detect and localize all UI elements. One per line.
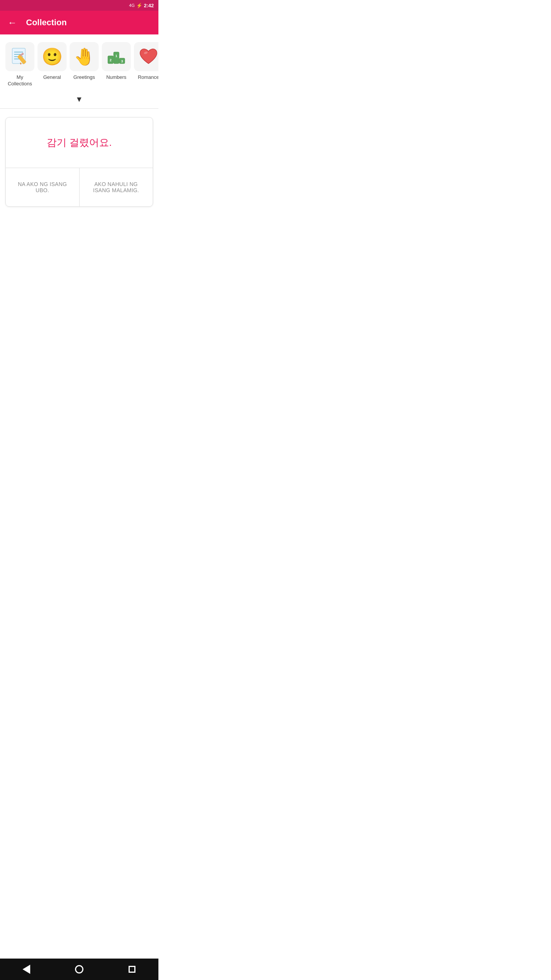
flashcard-top: 감기 걸렸어요. — [6, 118, 153, 168]
app-bar: ← Collection — [0, 11, 158, 34]
romance-icon-wrapper — [134, 42, 158, 71]
category-general-label: General — [43, 74, 61, 81]
status-bar: 4G ⚡ 2:42 — [0, 0, 158, 11]
chevron-row[interactable]: ▼ — [0, 92, 158, 108]
flashcard-bottom: NA AKO NG ISANG UBO. AKO NAHULI NG ISANG… — [6, 168, 153, 206]
korean-text: 감기 걸렸어요. — [47, 136, 112, 149]
flashcard-section: 감기 걸렸어요. NA AKO NG ISANG UBO. AKO NAHULI… — [0, 113, 158, 211]
flashcard: 감기 걸렸어요. NA AKO NG ISANG UBO. AKO NAHULI… — [5, 117, 153, 207]
back-button[interactable]: ← — [6, 16, 18, 29]
app-bar-title: Collection — [26, 18, 67, 28]
status-icons: 4G ⚡ 2:42 — [129, 3, 154, 8]
category-my-collections[interactable]: My Collections — [5, 41, 35, 89]
category-numbers[interactable]: 2 1 3 Numbers — [101, 41, 132, 89]
svg-text:3: 3 — [121, 59, 123, 63]
svg-text:2: 2 — [109, 58, 111, 62]
svg-text:1: 1 — [115, 54, 117, 58]
answer-option-1-text: NA AKO NG ISANG UBO. — [12, 181, 73, 193]
category-general[interactable]: 🙂 General — [37, 41, 67, 89]
answer-option-2[interactable]: AKO NAHULI NG ISANG MALAMIG. — [80, 168, 153, 206]
category-greetings[interactable]: 🤚 Greetings — [69, 41, 99, 89]
category-numbers-label: Numbers — [106, 74, 127, 81]
chevron-down-icon[interactable]: ▼ — [75, 95, 83, 104]
battery-icon: ⚡ — [136, 3, 142, 8]
romance-svg-icon — [138, 46, 158, 67]
category-scroll: My Collections 🙂 General 🤚 Greetings — [0, 41, 158, 89]
greetings-emoji-icon: 🤚 — [74, 48, 95, 65]
category-romance[interactable]: Romance — [133, 41, 158, 89]
category-romance-label: Romance — [138, 74, 158, 81]
main-content: My Collections 🙂 General 🤚 Greetings — [0, 34, 158, 237]
greetings-icon-wrapper: 🤚 — [70, 42, 99, 71]
divider — [0, 108, 158, 109]
my-collections-svg-icon — [9, 46, 31, 67]
my-collections-icon-wrapper — [5, 42, 34, 71]
signal-icon: 4G — [129, 3, 135, 8]
clock: 2:42 — [144, 3, 154, 8]
answer-option-1[interactable]: NA AKO NG ISANG UBO. — [6, 168, 80, 206]
category-greetings-label: Greetings — [73, 74, 95, 81]
numbers-svg-icon: 2 1 3 — [106, 46, 127, 67]
answer-option-2-text: AKO NAHULI NG ISANG MALAMIG. — [86, 181, 147, 193]
general-icon-wrapper: 🙂 — [37, 42, 67, 71]
general-emoji-icon: 🙂 — [42, 48, 63, 65]
numbers-icon-wrapper: 2 1 3 — [102, 42, 131, 71]
category-section: My Collections 🙂 General 🤚 Greetings — [0, 34, 158, 92]
category-my-collections-label: My Collections — [7, 74, 33, 87]
